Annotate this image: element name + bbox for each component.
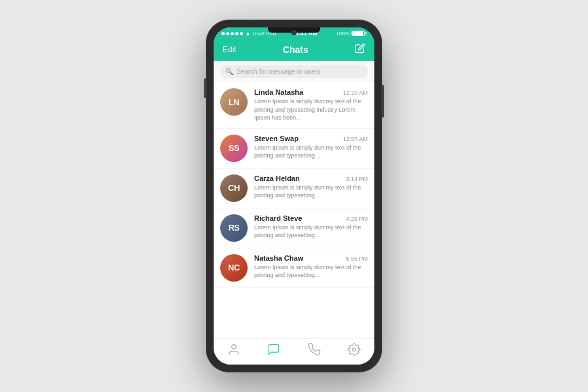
chat-content: Richard Steve 4:25 PM Lorem Ipsum is sim… [254,214,368,240]
avatar: SS [220,135,248,162]
avatar: NC [220,254,248,282]
search-placeholder: Search for message or users [237,68,320,75]
chat-content: Steven Swap 12:55 AM Lorem Ipsum is simp… [254,135,368,160]
chat-name: Linda Natasha [254,88,303,96]
wifi-icon: ▲ [245,30,251,37]
phone-camera [291,30,297,35]
chat-preview: Lorem Ipsum is simply dummy text of the … [254,97,368,122]
settings-icon [348,343,361,359]
people-icon [227,343,240,359]
chat-preview: Lorem Ipsum is simply dummy text of the … [254,223,368,240]
phone-frame: ▲ Ucell UZB 9:41 AM 100% Edit Chats [206,20,382,372]
chat-item[interactable]: SS Steven Swap 12:55 AM Lorem Ipsum is s… [214,129,374,169]
tab-calls[interactable] [308,343,321,359]
chat-content: Natasha Chaw 5:55 PM Lorem Ipsum is simp… [254,254,368,280]
tab-bar [214,338,374,365]
calls-icon [308,343,321,359]
tab-settings[interactable] [348,343,361,359]
chat-name: Natasha Chaw [254,254,303,262]
phone-screen: ▲ Ucell UZB 9:41 AM 100% Edit Chats [214,27,374,365]
avatar: RS [220,214,248,242]
svg-point-0 [231,345,236,350]
search-input-wrap[interactable]: 🔍 Search for message or users [220,65,368,78]
chats-icon [267,343,280,359]
chat-time: 3:14 PM [346,176,368,182]
tab-chats[interactable] [267,343,280,359]
chat-header-row: Natasha Chaw 5:55 PM [254,254,368,262]
chat-header-row: Richard Steve 4:25 PM [254,214,368,222]
chat-item[interactable]: NC Natasha Chaw 5:55 PM Lorem Ipsum is s… [214,248,374,288]
compose-button[interactable] [355,43,365,56]
battery-fill [352,31,363,35]
chat-time: 4:25 PM [346,216,368,222]
signal-dot-3 [231,32,234,35]
tab-people[interactable] [227,343,240,359]
chat-preview: Lorem Ipsum is simply dummy text of the … [254,263,368,280]
app-header: Edit Chats [214,39,374,61]
side-button-left [204,78,206,98]
signal-dot-2 [226,32,229,35]
signal-dot-4 [235,32,238,35]
chat-name: Carza Heldan [254,174,300,182]
battery-bar [351,31,365,36]
svg-point-1 [353,348,356,351]
chat-item[interactable]: LN Linda Natasha 12:10 AM Lorem Ipsum is… [214,82,374,129]
battery-percentage: 100% [336,31,350,37]
header-title: Chats [283,44,308,55]
edit-button[interactable]: Edit [223,45,237,54]
signal-dot-1 [221,32,225,35]
chat-item[interactable]: RS Richard Steve 4:25 PM Lorem Ipsum is … [214,208,374,248]
chat-item[interactable]: CH Carza Heldan 3:14 PM Lorem Ipsum is s… [214,169,374,208]
status-right: 100% [336,31,367,37]
battery-indicator [351,31,367,36]
search-icon: 🔍 [225,68,233,75]
signal-dot-5 [240,32,243,35]
signal-dots [221,32,243,35]
chat-content: Linda Natasha 12:10 AM Lorem Ipsum is si… [254,88,368,122]
chat-time: 12:55 AM [343,136,368,142]
chat-header-row: Linda Natasha 12:10 AM [254,88,368,96]
chat-header-row: Carza Heldan 3:14 PM [254,174,368,182]
chat-header-row: Steven Swap 12:55 AM [254,135,368,142]
chat-preview: Lorem Ipsum is simply dummy text of the … [254,144,368,160]
search-bar: 🔍 Search for message or users [214,61,374,82]
chat-content: Carza Heldan 3:14 PM Lorem Ipsum is simp… [254,174,368,200]
chat-name: Steven Swap [254,135,299,142]
chat-time: 5:55 PM [346,255,368,262]
avatar: LN [220,88,248,116]
chat-list: LN Linda Natasha 12:10 AM Lorem Ipsum is… [214,82,374,338]
chat-name: Richard Steve [254,214,302,222]
battery-tip [365,32,367,35]
chat-preview: Lorem Ipsum is simply dummy text of the … [254,184,368,200]
chat-time: 12:10 AM [343,90,368,96]
side-button-right [382,85,384,118]
avatar: CH [220,174,248,202]
